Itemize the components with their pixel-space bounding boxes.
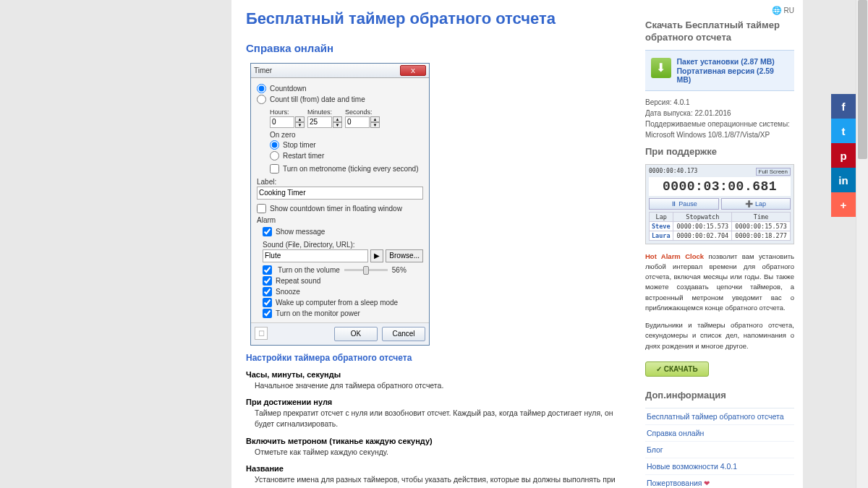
chk-show-msg[interactable]: Show message	[263, 227, 423, 236]
chk-wake[interactable]: Wake up computer from a sleep mode	[263, 298, 423, 307]
sec-0-p: Начальное значение для таймера обратного…	[255, 380, 622, 391]
chk-metronome[interactable]: Turn on metronome (ticking every second)	[270, 164, 423, 174]
sec-1-h: При достижении нуля	[246, 398, 622, 406]
facebook-icon[interactable]: f	[831, 94, 856, 119]
link-portable[interactable]: Портативная версия (2.59 MB)	[677, 67, 788, 84]
volume-slider[interactable]	[344, 269, 388, 271]
link-0[interactable]: Бесплатный таймер обратного отсчета	[645, 408, 794, 425]
min-up[interactable]: ▲	[333, 116, 342, 122]
globe-icon: 🌐	[772, 6, 782, 14]
sec-2-p: Отметьте как таймер каждую секунду.	[255, 447, 622, 458]
pause-btn: ⏸ Pause	[649, 198, 719, 210]
link-2[interactable]: Блог	[645, 442, 794, 458]
scrollbar-thumb[interactable]	[858, 0, 867, 159]
sec-up[interactable]: ▲	[370, 116, 380, 122]
sound-label: Sound (File, Directory, URL):	[263, 241, 423, 249]
link-installer[interactable]: Пакет установки (2.87 MB)	[677, 57, 788, 66]
sec-3-h: Название	[246, 464, 622, 473]
radio-stop[interactable]: Stop timer	[270, 140, 423, 150]
chk-monitor[interactable]: Turn on the monitor power	[263, 309, 423, 318]
meta-info: Версия: 4.0.1 Дата выпуска: 22.01.2016 П…	[645, 97, 794, 140]
addthis-icon[interactable]: +	[831, 192, 856, 217]
minutes-input[interactable]	[307, 116, 332, 128]
sec-2-h: Включить метроном (тиканье каждую секунд…	[246, 437, 622, 445]
pinterest-icon[interactable]: p	[831, 143, 856, 168]
stopwatch-preview[interactable]: 0000:00:40.173Full Screen 0000:03:00.681…	[645, 164, 794, 244]
scrollbar[interactable]	[856, 0, 868, 488]
subtitle: Справка онлайн	[246, 42, 622, 54]
timer-dialog: Timer X Countdown Count till (from) date…	[250, 63, 430, 346]
link-3[interactable]: Новые возможности 4.0.1	[645, 458, 794, 475]
label-label: Label:	[257, 178, 423, 186]
bookmark-icon[interactable]: ◻	[255, 327, 268, 340]
link-list: Бесплатный таймер обратного отсчета Спра…	[645, 408, 794, 488]
hours-input[interactable]	[270, 116, 294, 128]
download-button[interactable]: ✓ СКАЧАТЬ	[645, 361, 709, 377]
twitter-icon[interactable]: t	[831, 119, 856, 143]
sec-3-p: Установите имена для разных таймеров, чт…	[255, 474, 622, 488]
dialog-title-text: Timer	[254, 67, 400, 74]
alarm-label: Alarm	[257, 216, 423, 224]
main-content: Бесплатный таймер обратного отсчета Спра…	[231, 0, 637, 488]
on-zero-label: On zero	[270, 131, 423, 139]
link-4[interactable]: Пожертвования ❤	[645, 475, 794, 488]
sec-down[interactable]: ▼	[370, 122, 380, 128]
chk-volume[interactable]: Turn on the volume 56%	[263, 265, 423, 275]
play-button[interactable]: ▶	[370, 249, 383, 262]
social-bar: f t p in +	[831, 94, 856, 217]
lap-btn: ➕ Lap	[721, 198, 791, 210]
lang-selector[interactable]: 🌐 RU	[645, 6, 794, 15]
promo-text-2: Будильники и таймеры обратного отсчета, …	[645, 320, 794, 351]
support-heading: При поддержке	[645, 146, 794, 158]
seconds-input[interactable]	[345, 116, 370, 128]
chk-snooze[interactable]: Snooze	[263, 287, 423, 296]
hours-up[interactable]: ▲	[295, 116, 305, 122]
link-1[interactable]: Справка онлайн	[645, 425, 794, 442]
radio-count-till[interactable]: Count till (from) date and time	[257, 95, 423, 104]
time-inputs: Hours: ▲▼ Minutes: ▲▼ Seconds: ▲▼	[270, 108, 423, 128]
page-title: Бесплатный таймер обратного отсчета	[246, 9, 622, 29]
settings-heading: Настройки таймера обратного отсчета	[246, 353, 622, 363]
browse-button[interactable]: Browse...	[386, 249, 423, 262]
more-info-heading: Доп.информация	[645, 390, 794, 402]
sec-1-p: Таймер прекратит отсчет с нуля или возоб…	[255, 408, 622, 429]
hours-down[interactable]: ▼	[295, 122, 305, 128]
heart-icon: ❤	[704, 479, 710, 487]
download-heading: Скачать Бесплатный таймер обратного отсч…	[645, 20, 794, 44]
radio-restart[interactable]: Restart timer	[270, 151, 423, 160]
close-icon[interactable]: X	[400, 65, 426, 76]
radio-countdown[interactable]: Countdown	[257, 84, 423, 93]
label-input[interactable]	[257, 187, 423, 200]
download-box: ⬇ Пакет установки (2.87 MB) Портативная …	[645, 50, 794, 91]
sidebar: 🌐 RU Скачать Бесплатный таймер обратного…	[637, 0, 803, 488]
sound-input[interactable]	[263, 249, 368, 262]
dialog-titlebar: Timer X	[251, 64, 429, 78]
ok-button[interactable]: OK	[334, 327, 378, 341]
min-down[interactable]: ▼	[333, 122, 342, 128]
promo-text: Hot Alarm Clock позволит вам установить …	[645, 252, 794, 314]
volume-pct: 56%	[392, 266, 407, 274]
chk-repeat[interactable]: Repeat sound	[263, 276, 423, 286]
chk-floating[interactable]: Show countdown timer in floating window	[257, 204, 423, 213]
linkedin-icon[interactable]: in	[831, 168, 856, 192]
cancel-button[interactable]: Cancel	[382, 327, 425, 341]
download-icon: ⬇	[651, 58, 671, 78]
sec-0-h: Часы, минуты, секунды	[246, 370, 622, 379]
